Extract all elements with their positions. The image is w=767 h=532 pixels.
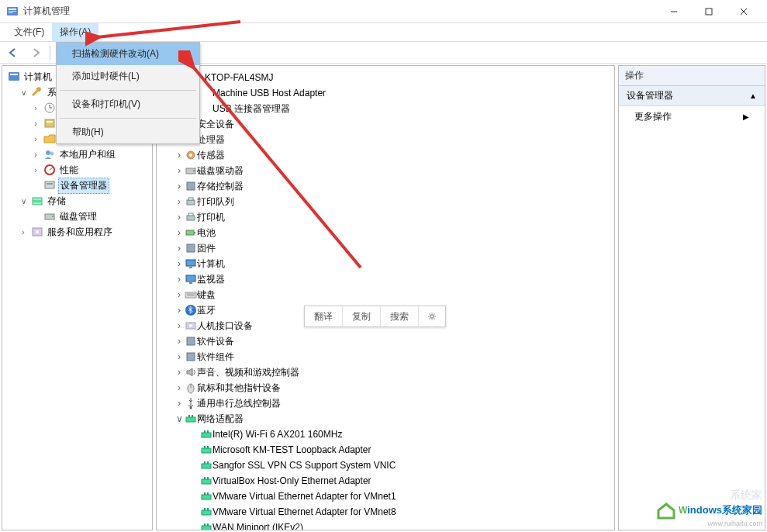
device-category[interactable]: › 处理器 bbox=[174, 132, 613, 147]
menu-help[interactable]: 帮助(H) bbox=[57, 121, 199, 143]
chevron-icon[interactable]: › bbox=[174, 181, 185, 192]
clock-icon bbox=[43, 102, 56, 114]
chevron-icon[interactable]: › bbox=[174, 227, 185, 238]
device-category[interactable]: › 声音、视频和游戏控制器 bbox=[174, 364, 613, 380]
network-adapter-item[interactable]: VirtualBox Host-Only Ethernet Adapter bbox=[189, 473, 613, 489]
chevron-icon[interactable]: › bbox=[174, 351, 185, 362]
svg-rect-72 bbox=[202, 510, 211, 515]
device-category[interactable]: ∨ 网络适配器 bbox=[174, 411, 613, 427]
window-title: 计算机管理 bbox=[23, 5, 656, 18]
svg-rect-71 bbox=[207, 492, 209, 495]
device-category[interactable]: › 存储控制器 bbox=[174, 178, 613, 194]
chevron-icon[interactable]: › bbox=[174, 382, 185, 393]
tree-disk[interactable]: 磁盘管理 bbox=[27, 209, 152, 224]
device-category[interactable]: › 安全设备 bbox=[174, 116, 613, 132]
devmgr-icon bbox=[43, 179, 56, 192]
chevron-icon[interactable]: › bbox=[174, 243, 185, 254]
chevron-icon[interactable]: › bbox=[174, 289, 185, 300]
svg-rect-38 bbox=[187, 244, 195, 252]
tree-services[interactable]: › 服务和应用程序 bbox=[15, 224, 152, 240]
expander-icon[interactable]: ∨ bbox=[18, 197, 29, 206]
tree-storage[interactable]: ∨ 存储 bbox=[15, 193, 152, 209]
device-category[interactable]: › 键盘 bbox=[174, 287, 613, 302]
chevron-icon[interactable]: › bbox=[174, 336, 185, 347]
settings-button[interactable] bbox=[419, 306, 445, 326]
network-adapter-item[interactable]: Sangfor SSL VPN CS Support System VNIC bbox=[189, 458, 613, 473]
chevron-icon[interactable]: › bbox=[174, 398, 185, 409]
device-category[interactable]: › 固件 bbox=[174, 240, 613, 256]
menu-file[interactable]: 文件(F) bbox=[6, 23, 52, 41]
search-button[interactable]: 搜索 bbox=[381, 306, 419, 326]
actions-section[interactable]: 设备管理器 ▲ bbox=[619, 86, 765, 106]
chevron-icon[interactable]: › bbox=[174, 274, 185, 285]
forward-button[interactable] bbox=[26, 44, 45, 61]
svg-rect-62 bbox=[207, 446, 209, 448]
menu-devices-printers[interactable]: 设备和打印机(V) bbox=[57, 93, 199, 116]
chevron-right-icon[interactable]: › bbox=[18, 228, 29, 237]
actions-more[interactable]: 更多操作 ▶ bbox=[619, 106, 765, 127]
chevron-icon[interactable]: › bbox=[174, 150, 185, 161]
device-category[interactable]: › 软件组件 bbox=[174, 349, 613, 364]
chevron-right-icon[interactable]: › bbox=[30, 119, 41, 128]
services-icon bbox=[31, 226, 43, 238]
category-icon bbox=[185, 382, 197, 394]
device-category[interactable]: › 软件设备 bbox=[174, 333, 613, 349]
chevron-icon[interactable]: ∨ bbox=[174, 413, 185, 424]
network-adapter-item[interactable]: WAN Miniport (IKEv2) bbox=[189, 520, 613, 530]
device-category[interactable]: › 计算机 bbox=[174, 256, 613, 271]
svg-rect-1 bbox=[9, 9, 16, 10]
chevron-right-icon[interactable]: › bbox=[30, 150, 41, 159]
maximize-button[interactable] bbox=[691, 0, 726, 22]
network-adapter-item[interactable]: Microsoft KM-TEST Loopback Adapter bbox=[189, 442, 613, 458]
copy-button[interactable]: 复制 bbox=[343, 306, 381, 326]
menu-scan-hardware[interactable]: 扫描检测硬件改动(A) bbox=[57, 43, 199, 65]
close-button[interactable] bbox=[726, 0, 761, 22]
network-adapter-item[interactable]: VMware Virtual Ethernet Adapter for VMne… bbox=[189, 489, 613, 504]
expander-icon[interactable]: ∨ bbox=[18, 88, 29, 97]
chevron-right-icon[interactable]: › bbox=[30, 135, 41, 143]
cat-usb-host[interactable]: Machine USB Host Adapter bbox=[212, 85, 613, 101]
back-button[interactable] bbox=[5, 44, 23, 61]
network-adapter-item[interactable]: VMware Virtual Ethernet Adapter for VMne… bbox=[189, 504, 613, 520]
device-category[interactable]: › 磁盘驱动器 bbox=[174, 163, 613, 178]
svg-rect-32 bbox=[187, 200, 195, 205]
device-root[interactable]: KTOP-FAL4SMJ bbox=[158, 70, 613, 85]
svg-rect-33 bbox=[188, 198, 193, 200]
chevron-icon[interactable]: › bbox=[174, 165, 185, 176]
device-category[interactable]: › 打印机 bbox=[174, 209, 613, 225]
network-adapter-icon bbox=[200, 459, 212, 472]
svg-rect-73 bbox=[204, 508, 206, 510]
chevron-icon[interactable]: › bbox=[174, 320, 185, 331]
tree-devmgr[interactable]: 设备管理器 bbox=[27, 178, 152, 193]
svg-rect-65 bbox=[207, 461, 209, 464]
device-category[interactable]: › 通用串行总线控制器 bbox=[174, 396, 613, 411]
chevron-right-icon[interactable]: › bbox=[30, 104, 41, 112]
menu-action[interactable]: 操作(A) bbox=[52, 23, 98, 41]
chevron-right-icon[interactable]: › bbox=[30, 166, 41, 174]
cat-usb-connector[interactable]: USB 连接器管理器 bbox=[212, 101, 613, 116]
svg-rect-56 bbox=[192, 415, 193, 417]
svg-rect-36 bbox=[186, 230, 194, 235]
svg-rect-34 bbox=[187, 216, 195, 220]
device-category[interactable]: › 电池 bbox=[174, 225, 613, 240]
minimize-button[interactable] bbox=[656, 0, 691, 22]
network-adapter-item[interactable]: Intel(R) Wi-Fi 6 AX201 160MHz bbox=[189, 427, 613, 442]
translate-button[interactable]: 翻译 bbox=[305, 306, 343, 326]
tree-perf[interactable]: ›性能 bbox=[27, 162, 152, 178]
device-category[interactable]: › 传感器 bbox=[174, 147, 613, 163]
actions-panel: 操作 设备管理器 ▲ 更多操作 ▶ bbox=[618, 65, 765, 530]
chevron-icon[interactable]: › bbox=[174, 305, 185, 316]
device-category[interactable]: › 打印队列 bbox=[174, 194, 613, 209]
menu-add-hardware[interactable]: 添加过时硬件(L) bbox=[57, 65, 199, 88]
chevron-icon[interactable]: › bbox=[174, 367, 185, 378]
svg-rect-9 bbox=[10, 74, 18, 75]
chevron-icon[interactable]: › bbox=[174, 212, 185, 223]
chevron-icon[interactable]: › bbox=[174, 258, 185, 269]
svg-point-78 bbox=[430, 315, 434, 318]
device-category[interactable]: › 监视器 bbox=[174, 271, 613, 287]
svg-rect-50 bbox=[187, 353, 195, 361]
chevron-icon[interactable]: › bbox=[174, 196, 185, 207]
collapse-arrow-icon[interactable]: ▲ bbox=[749, 92, 757, 100]
tree-users[interactable]: ›本地用户和组 bbox=[27, 147, 152, 162]
device-category[interactable]: › 鼠标和其他指针设备 bbox=[174, 380, 613, 396]
